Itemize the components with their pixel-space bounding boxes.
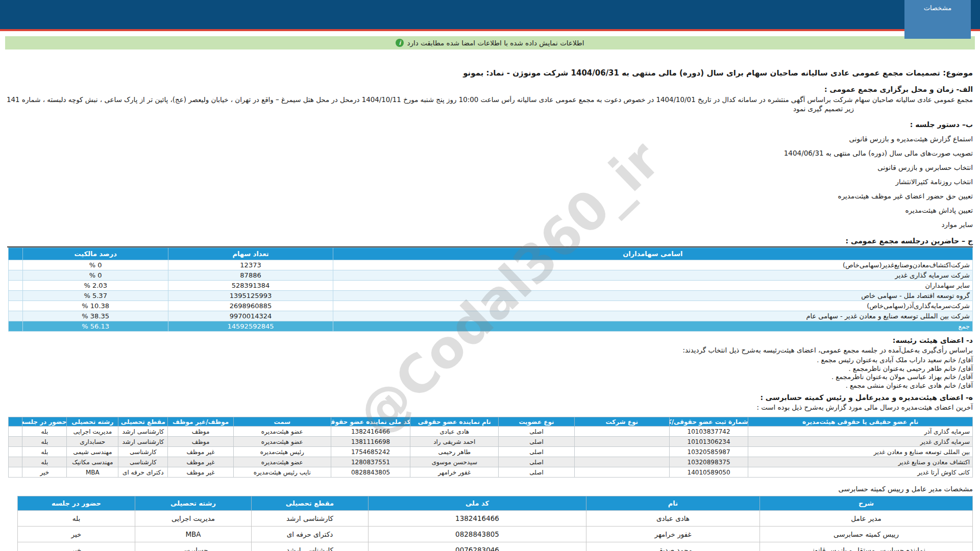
table-cell: 14010589050 [669,467,748,478]
table-cell: نایب رئیس هیئت‌مدیره [233,467,331,478]
table-cell: مهندسی شیمی [67,447,118,457]
table-cell [9,447,22,457]
list-item: سایر موارد [7,220,973,229]
tab-specifications[interactable]: مشخصات [904,0,971,39]
table-cell [574,447,669,457]
column-header: موظف/غیر موظف [168,417,233,427]
table-cell: سیدحسن موسوی [410,457,499,467]
section-e-intro: آخرین اعضای هیئت‌مدیره درسال مالی مورد گ… [7,404,973,411]
table-cell: عضو هیئت‌مدیره [233,437,331,447]
table-row: رییس کمیته حسابرسیغفور خرامهر0828843805د… [18,527,973,542]
table-cell: 0828843805 [369,527,586,542]
table-header-row: شرحنامکد ملیمقطع تحصیلیرشته تحصیلیحضور د… [18,496,973,511]
table-row: مدیر عاملهادی عبادی1382416466کارشناسی ار… [18,511,973,527]
table-cell: کارشناسی ارشد [118,437,168,447]
list-item: تعیین حق حضور اعضای غیر موظف هیئت‌مدیره [7,192,973,200]
info-icon: i [396,39,404,47]
list-item: تصویب صورت‌های مالی سال (دوره) مالی منته… [7,149,973,157]
management-table: شرحنامکد ملیمقطع تحصیلیرشته تحصیلیحضور د… [17,496,973,551]
table-cell: 10320585987 [669,447,748,457]
table-cell: طاهر رحیمی [410,447,499,457]
column-header: اسامی سهامداران [333,248,972,260]
table-cell: % 0 [23,270,168,281]
list-item: آقای/ خانم سعید داراب ملک آبادی به‌عنوان… [7,356,973,365]
table-cell: 14592592845 [168,321,333,332]
table-row: سرمایه گذاری آذر10103837742اصلیهادی عباد… [9,427,973,437]
table-cell [9,321,23,332]
table-cell: هادی عبادی [410,427,499,437]
column-header: تعداد سهام [168,248,333,260]
table-cell: موظف [168,427,233,437]
table-cell: رییس کمیته حسابرسی [760,527,973,542]
list-item: آقای/ خانم طاهر رحیمی به‌عنوان ناظرمجمع … [7,365,973,373]
table-cell: 1754685242 [331,447,410,457]
section-b-heading: ب– دستور جلسه : [7,120,973,129]
table-cell: 528391384 [168,281,333,291]
table-cell: اصلی [499,427,575,437]
column-header: مقطع تحصیلی [118,417,168,427]
signed-info-notice: i اطلاعات نمایش داده شده با اطلاعات امضا… [5,36,975,49]
table-cell [9,270,23,281]
column-header: نوع شرکت [574,417,669,427]
table-cell: کارشناسی ارشد [252,511,369,527]
table-cell [574,437,669,447]
table-cell: دکترای حرفه ای [118,467,168,478]
table-cell [9,291,23,301]
table-cell: 0828843805 [331,467,410,478]
table-cell: 1382416466 [331,427,410,437]
table-cell: شرکت‌سرمایه‌گذاری‌آذر(سهامی‌خاص) [333,301,972,311]
table-cell: 10101306234 [669,437,748,447]
list-item: آقای/ خانم هادی عبادی به‌عنوان منشی مجمع… [7,382,973,390]
table-cell: 1280837551 [331,457,410,467]
table-cell: MBA [67,467,118,478]
column-header: سمت [233,417,331,427]
table-cell: کانی کاوش آرتا غدیر [748,467,973,478]
table-cell: شرکت بین المللی توسعه صنایع و معادن غدیر… [333,311,972,321]
table-row: نماینده حسابرس مستقل و بازرس قانونیمحمد … [18,542,973,551]
agenda-list: استماع گزارش هیئت‌مدیره و بازرس قانونیتص… [7,135,973,229]
table-cell: % 2.03 [23,281,168,291]
table-cell: % 10.38 [23,301,168,311]
list-item: انتخاب روزنامة کثیرالانتشار [7,178,973,186]
column-header [9,248,23,260]
table-cell: 10103837742 [669,427,748,437]
table-cell: رئیس هیئت‌مدیره [233,447,331,457]
table-cell: بله [22,447,67,457]
table-cell: محمد صدیقی [586,542,760,551]
list-item: آقای/ خانم بهزاد عباسی مولان به‌عنوان نا… [7,373,973,382]
column-header: نام [586,496,760,511]
table-cell: احمد شریفی راد [410,437,499,447]
table-cell: بله [18,511,135,527]
shareholders-table: اسامی سهامدارانتعداد سهامدرصد مالکیتشرکت… [8,247,973,332]
table-cell: سایر سهامداران [333,281,972,291]
table-cell [9,281,23,291]
table-cell: غفور خرامهر [586,527,760,542]
table-row: شرکت‌اکتشاف‌معادن‌وصنایع‌غدیر(سهامی‌خاص)… [9,260,973,270]
table-cell: عضو هیئت‌مدیره [233,457,331,467]
header-accent-line [0,29,980,31]
table-cell [574,467,669,478]
table-cell: 9970014324 [168,311,333,321]
table-cell: کارشناسی [118,447,168,457]
column-header: نام نماینده عضو حقوقی [410,417,499,427]
section-f-title: مشخصات مدیر عامل و رییس کمیته حسابرسی [7,485,973,493]
column-header [9,417,22,427]
table-cell: مدیریت اجرایی [67,427,118,437]
column-header: نوع عضویت [499,417,575,427]
table-cell: حسابرسی [135,542,252,551]
list-item: تعیین پاداش هیئت‌مدیره [7,206,973,214]
table-cell [9,311,23,321]
table-cell [9,260,23,270]
section-e-heading: ه- اعضای هیئت‌مدیره و مدیرعامل و رئیس کم… [7,393,973,402]
report-content: موضوع: تصمیمات مجمع عمومی عادی سالیانه ص… [0,68,980,551]
table-header-row: اسامی سهامدارانتعداد سهامدرصد مالکیت [9,248,973,260]
codal-report-page: { "colors": { "header_bg": "#0b4c7c", "t… [0,0,980,551]
table-cell: % 5.37 [23,291,168,301]
section-d-heading: د- اعضای هیئت رئیسه: [7,336,973,344]
table-row: کانی کاوش آرتا غدیر14010589050اصلیغفور خ… [9,467,973,478]
table-cell: حسابداری [67,437,118,447]
table-row: گروه توسعه اقتصاد ملل - سهامی خاص1395125… [9,291,973,301]
table-cell [574,457,669,467]
table-cell: اصلی [499,437,575,447]
table-cell: اصلی [499,467,575,478]
